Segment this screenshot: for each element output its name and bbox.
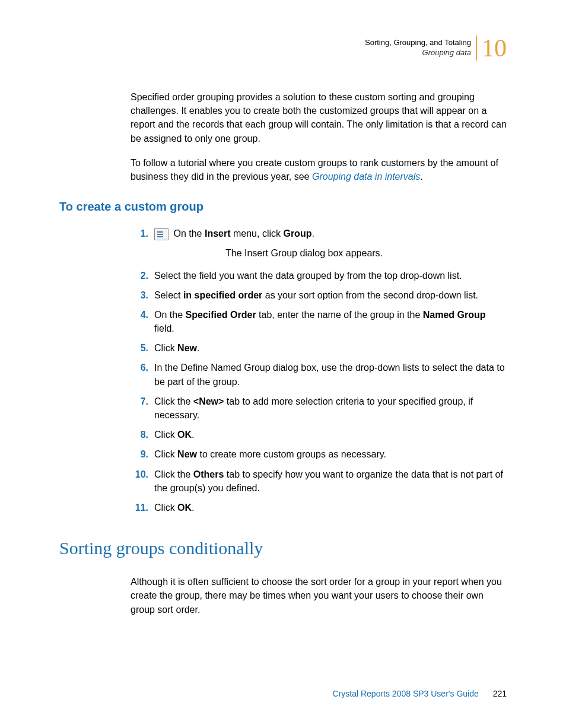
step-body: Click the <New> tab to add more selectio… (154, 395, 507, 422)
heading-create-custom-group: To create a custom group (59, 200, 507, 214)
step-7: 7. Click the <New> tab to add more selec… (131, 395, 507, 422)
step-8: 8. Click OK. (131, 428, 507, 441)
header-subtitle: Grouping data (365, 48, 471, 58)
step-body: In the Define Named Group dialog box, us… (154, 361, 507, 388)
step-4: 4. On the Specified Order tab, enter the… (131, 308, 507, 335)
step-body: On the Specified Order tab, enter the na… (154, 308, 507, 335)
step-body: On the Insert menu, click Group. (154, 227, 507, 240)
step-body: Select the field you want the data group… (154, 269, 507, 282)
step-1: 1. On the Insert menu, click Group. (131, 227, 507, 240)
step-number: 6. (131, 361, 148, 374)
footer-doc-title: Crystal Reports 2008 SP3 User's Guide (333, 689, 479, 698)
step-body: Click OK. (154, 428, 507, 441)
insert-group-icon (154, 228, 168, 240)
step-number: 3. (131, 288, 148, 302)
chapter-number: 10 (476, 36, 507, 61)
intro-paragraph-2: To follow a tutorial where you create cu… (131, 156, 507, 183)
step-10: 10. Click the Others tab to specify how … (131, 468, 507, 495)
step-11: 11. Click OK. (131, 501, 507, 514)
footer-page-number: 221 (493, 689, 507, 698)
step-number: 2. (131, 269, 148, 282)
step-number: 10. (131, 468, 148, 481)
step-6: 6. In the Define Named Group dialog box,… (131, 361, 507, 388)
step-body: Select in specified order as your sort o… (154, 288, 507, 302)
step-1-note: The Insert Group dialog box appears. (225, 246, 507, 260)
page-content: Sorting, Grouping, and Totaling Grouping… (0, 0, 566, 651)
heading-sorting-groups-conditionally: Sorting groups conditionally (59, 538, 507, 558)
header-title: Sorting, Grouping, and Totaling (365, 38, 471, 48)
step-body: Click New to create more custom groups a… (154, 447, 507, 461)
header-text: Sorting, Grouping, and Totaling Grouping… (365, 38, 471, 58)
step-9: 9. Click New to create more custom group… (131, 447, 507, 461)
step-5: 5. Click New. (131, 341, 507, 355)
step-body: Click New. (154, 341, 507, 355)
step-body: Click OK. (154, 501, 507, 514)
steps-list: 1. On the Insert menu, click Group. The … (131, 227, 507, 514)
step-number: 8. (131, 428, 148, 441)
intro-paragraph-1: Specified order grouping provides a solu… (131, 90, 507, 145)
step-number: 5. (131, 341, 148, 355)
intro-p2-b: . (420, 171, 422, 182)
step-number: 9. (131, 447, 148, 461)
step-3: 3. Select in specified order as your sor… (131, 288, 507, 302)
page-footer: Crystal Reports 2008 SP3 User's Guide 22… (333, 689, 507, 698)
step-number: 11. (131, 501, 148, 514)
step-2: 2. Select the field you want the data gr… (131, 269, 507, 282)
step-number: 4. (131, 308, 148, 322)
step-number: 7. (131, 395, 148, 408)
step-body: Click the Others tab to specify how you … (154, 468, 507, 495)
link-grouping-intervals[interactable]: Grouping data in intervals (312, 171, 420, 182)
step-number: 1. (131, 227, 148, 240)
section2-paragraph-1: Although it is often sufficient to choos… (131, 575, 507, 616)
page-header: Sorting, Grouping, and Totaling Grouping… (59, 36, 507, 61)
